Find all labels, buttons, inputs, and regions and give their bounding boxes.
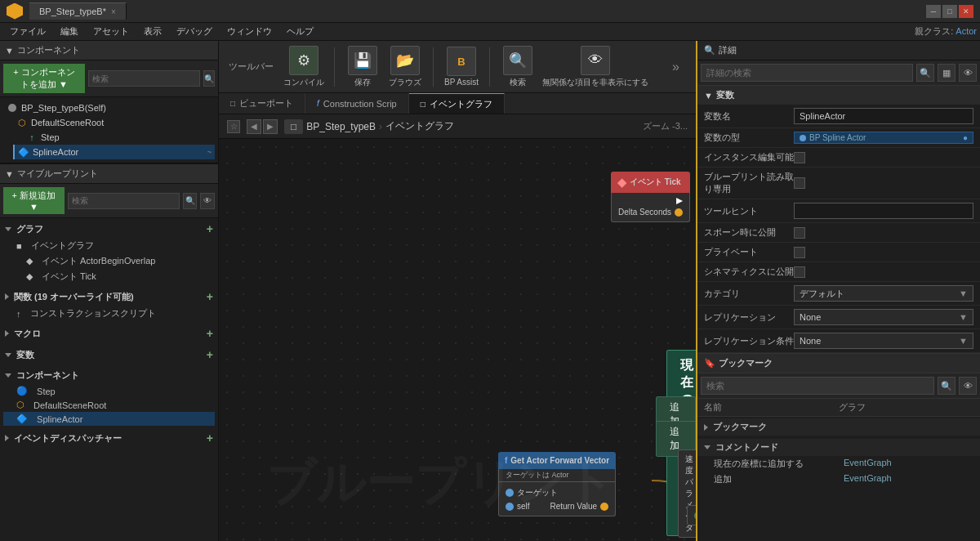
home-button[interactable]: ☆ <box>227 120 240 133</box>
nav-back-button[interactable]: ◀ <box>247 119 261 134</box>
breadcrumb-graph-name[interactable]: イベントグラフ <box>385 119 454 133</box>
comp-search-input[interactable] <box>88 70 200 87</box>
bm-item-addlocation[interactable]: 現在の座標に追加する EventGraph <box>697 456 980 472</box>
details-private-row: プライベート <box>697 243 980 262</box>
maximize-button[interactable]: □ <box>942 5 957 18</box>
add-component-button[interactable]: + コンポーネントを追加 ▼ <box>3 64 85 93</box>
mybp-panel: ▼ マイブループリント + 新規追加 ▼ 🔍 👁 グラフ + ■ イベントグラフ <box>0 164 218 541</box>
repcondition-select[interactable]: None ▼ <box>794 333 973 349</box>
replication-select[interactable]: None ▼ <box>794 309 973 325</box>
event-tick-node[interactable]: ◆ イベント Tick Delta Seconds <box>611 172 690 222</box>
bp-section-variables: 変数 + <box>0 344 218 365</box>
bm-addlocation-graph[interactable]: EventGraph <box>844 458 973 470</box>
graph-add-btn[interactable]: + <box>207 222 213 235</box>
tab-eventgraph[interactable]: □ イベントグラフ <box>409 93 505 114</box>
functions-add-btn[interactable]: + <box>207 290 213 303</box>
comp-item-self[interactable]: BP_Step_typeB(Self) <box>3 101 215 115</box>
details-search-input[interactable] <box>701 64 913 82</box>
nav-forward-button[interactable]: ▶ <box>263 119 278 134</box>
spawn-checkbox[interactable] <box>794 227 805 239</box>
exec-out-icon <box>676 198 683 204</box>
bookmarks-search-icon-btn[interactable]: 🔍 <box>938 377 956 395</box>
comp-item-defaultsceneroot[interactable]: ⬡ DefaultSceneRoot <box>13 115 215 130</box>
menu-asset[interactable]: アセット <box>87 24 136 39</box>
bp-section-eventdispatcher-header[interactable]: イベントディスパッチャー + <box>3 429 215 447</box>
value-100-node[interactable]: ✕ <box>687 505 696 525</box>
variables-add-btn[interactable]: + <box>207 348 213 361</box>
bookmarks-section-header[interactable]: ブックマーク <box>697 418 980 436</box>
menu-window[interactable]: ウィンドウ <box>220 24 278 39</box>
compile-button[interactable]: ⚙ コンパイル <box>283 46 324 88</box>
tooltip-input[interactable] <box>794 203 973 219</box>
save-button[interactable]: 💾 保存 <box>345 46 381 88</box>
bm-item-add[interactable]: 追加 EventGraph <box>697 472 980 487</box>
mybp-eye-button[interactable]: 👁 <box>200 193 215 209</box>
commentnodes-section: コメントノード 現在の座標に追加する EventGraph 追加 EventGr… <box>697 437 980 489</box>
details-icon: 🔍 <box>704 45 715 56</box>
bp-defaultscene-var-label: DefaultSceneRoot <box>33 400 106 410</box>
browse-button[interactable]: 📂 ブラウズ <box>387 46 423 88</box>
tooltip-label: ツールヒント <box>704 205 794 217</box>
close-button[interactable]: ✕ <box>959 5 973 18</box>
bookmarks-panel-header[interactable]: 🔖 ブックマーク <box>697 354 980 373</box>
more-toolbar-button[interactable]: » <box>666 56 686 78</box>
tab-viewport[interactable]: □ ビューポート <box>219 93 305 114</box>
comp-search-icon[interactable]: 🔍 <box>203 70 215 87</box>
bp-section-functions-header[interactable]: 関数 (19 オーバーライド可能) + <box>3 288 215 306</box>
menu-edit[interactable]: 編集 <box>54 24 85 39</box>
commentnodes-section-header[interactable]: コメントノード <box>697 439 980 456</box>
bp-item-step-var[interactable]: 🔵 Step <box>3 384 215 398</box>
macro-add-btn[interactable]: + <box>207 327 213 340</box>
bp-section-variables-header[interactable]: 変数 + <box>3 346 215 364</box>
readonly-checkbox[interactable] <box>794 177 805 189</box>
bpassist-button[interactable]: B BP Assist <box>443 47 479 87</box>
bookmarks-eye-btn[interactable]: 👁 <box>959 377 977 395</box>
details-cinematic-row: シネマティクスに公開 <box>697 262 980 282</box>
bp-section-macro-label: マクロ <box>14 328 41 340</box>
private-checkbox[interactable] <box>794 247 805 258</box>
details-grid-btn[interactable]: ▦ <box>938 64 956 82</box>
bp-section-graph-header[interactable]: グラフ + <box>3 220 215 238</box>
menu-debug[interactable]: デバッグ <box>170 24 219 39</box>
bp-item-defaultscene-var[interactable]: ⬡ DefaultSceneRoot <box>3 398 215 412</box>
bookmarks-search-input[interactable] <box>701 377 934 395</box>
add-new-button[interactable]: + 新規追加 ▼ <box>3 187 65 214</box>
menu-help[interactable]: ヘルプ <box>280 24 320 39</box>
get-forward-vector-node[interactable]: f Get Actor Forward Vector ターゲットは Actor … <box>498 452 616 516</box>
mybp-search-input[interactable] <box>68 193 180 209</box>
instance-checkbox[interactable] <box>794 152 805 163</box>
varname-input[interactable] <box>794 108 973 124</box>
search-button[interactable]: 🔍 検索 <box>500 46 536 88</box>
menu-view[interactable]: 表示 <box>137 24 168 39</box>
eventdisp-add-btn[interactable]: + <box>207 431 213 445</box>
breadcrumb-nav: ◀ ▶ <box>247 119 278 134</box>
bm-add-graph[interactable]: EventGraph <box>844 473 973 485</box>
bp-section-components-header[interactable]: コンポーネント <box>3 367 215 384</box>
comp-item-step[interactable]: ↑ Step <box>23 130 215 145</box>
bp-item-actoroverlap[interactable]: ◆ イベント ActorBeginOverlap <box>3 253 215 269</box>
bp-item-eventgraph[interactable]: ■ イベントグラフ <box>3 238 215 253</box>
compile-label: コンパイル <box>283 77 324 88</box>
details-search-icon-btn[interactable]: 🔍 <box>916 64 934 82</box>
breadcrumb-bp-name[interactable]: BP_Step_typeB <box>306 121 376 132</box>
menu-file[interactable]: ファイル <box>3 24 52 39</box>
forward-return-dot <box>600 503 608 511</box>
vartype-badge[interactable]: BP Spline Actor ● <box>794 132 973 144</box>
hide-unrelated-button[interactable]: 👁 無関係な項目を非表示にする <box>542 46 648 88</box>
bp-item-construction[interactable]: ↑ コンストラクションスクリプト <box>3 306 215 321</box>
category-select[interactable]: デフォルト ▼ <box>794 285 973 302</box>
minimize-button[interactable]: ─ <box>926 5 941 18</box>
graph-area[interactable]: ◆ イベント Tick Delta Seconds 現在の座標に追加する 現在の… <box>219 139 696 541</box>
tab-construction[interactable]: f Construction Scrip <box>305 93 409 114</box>
cinematic-checkbox[interactable] <box>794 266 805 278</box>
comp-item-splineactor[interactable]: 🔷 SplineActor ~ <box>13 145 215 159</box>
mybp-search-icon[interactable]: 🔍 <box>183 193 198 209</box>
bp-item-tick[interactable]: ◆ イベント Tick <box>3 269 215 284</box>
details-variables-header[interactable]: ▼ 変数 <box>697 86 980 105</box>
details-eye-btn[interactable]: 👁 <box>959 64 977 82</box>
tab-close-icon[interactable]: × <box>111 7 116 16</box>
bp-section-macro-header[interactable]: マクロ + <box>3 324 215 342</box>
bp-item-spline-var[interactable]: 🔷 SplineActor <box>3 412 215 426</box>
editor-tab[interactable]: BP_Step_typeB* × <box>29 2 127 20</box>
parent-class-link[interactable]: Actor <box>956 26 977 36</box>
